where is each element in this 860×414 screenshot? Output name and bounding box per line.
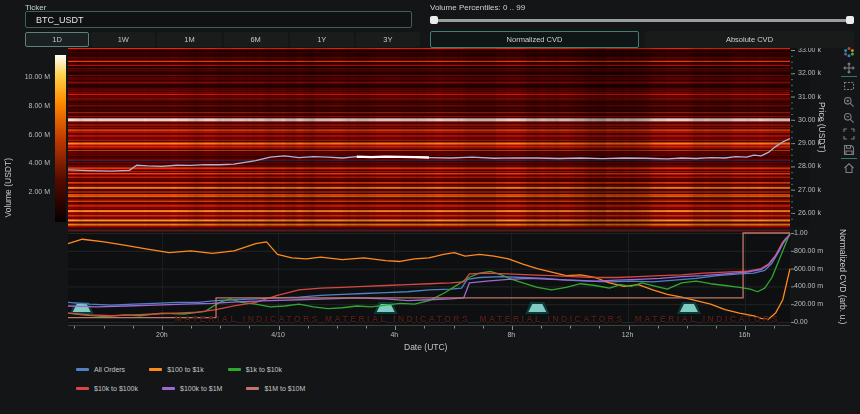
timeframe-button-6m[interactable]: 6M — [224, 32, 288, 47]
timeframe-button-3y[interactable]: 3Y — [356, 32, 420, 47]
axis-tick-label: 600.00 m — [794, 265, 823, 272]
reset-axes-icon[interactable] — [841, 160, 857, 175]
legend-swatch — [246, 387, 259, 390]
legend-item[interactable]: $1k to $10k — [228, 366, 282, 373]
pan-icon[interactable] — [841, 60, 857, 77]
axis-tick-label: 6.00 M — [12, 131, 50, 138]
legend-swatch — [149, 368, 162, 371]
axis-tick-label: 12h — [613, 331, 643, 338]
cvd-mode-button-group: Normalized CVD Absolute CVD — [430, 31, 854, 48]
legend-item[interactable]: $100 to $1k — [149, 366, 204, 373]
axis-tick-label: 20h — [147, 331, 177, 338]
legend-item[interactable]: All Orders — [76, 366, 125, 373]
timeframe-button-1w[interactable]: 1W — [91, 32, 155, 47]
legend-label: $100k to $1M — [180, 385, 222, 392]
axis-tick-label: 30.00 k — [798, 116, 821, 123]
volume-percentiles-slider[interactable] — [430, 19, 854, 22]
save-icon[interactable] — [841, 142, 857, 159]
material-indicators-watermark: MATERIAL INDICATORS — [175, 314, 320, 324]
timeframe-button-1m[interactable]: 1M — [157, 32, 221, 47]
volume-percentiles-label: Volume Percentiles: 0 .. 99 — [430, 3, 525, 12]
material-indicators-watermark: MATERIAL INDICATORS — [480, 314, 625, 324]
legend: All Orders$100 to $1k$1k to $10k$10k to … — [76, 366, 329, 404]
timeframe-button-1d[interactable]: 1D — [25, 32, 89, 47]
axis-tick-label: 31.00 k — [798, 93, 821, 100]
axis-tick-label: 16h — [730, 331, 760, 338]
axis-tick-label: 29.00 k — [798, 139, 821, 146]
controls-bar: Ticker 1D 1W 1M 6M 1Y 3Y Volume Percenti… — [0, 0, 860, 50]
axis-tick-label: 8h — [496, 331, 526, 338]
plotly-logo-icon[interactable] — [841, 44, 857, 59]
material-indicators-watermark: MATERIAL INDICATORS — [325, 314, 470, 324]
axis-tick-label: 8.00 M — [12, 102, 50, 109]
slider-handle-max[interactable] — [846, 16, 854, 24]
legend-label: $1k to $10k — [246, 366, 282, 373]
autoscale-icon[interactable] — [841, 126, 857, 141]
axis-tick-label: 2.00 M — [12, 188, 50, 195]
legend-label: $1M to $10M — [264, 385, 305, 392]
legend-item[interactable]: $10k to $100k — [76, 385, 138, 392]
axis-tick-label: 28.00 k — [798, 162, 821, 169]
zoom-out-icon[interactable] — [841, 110, 857, 125]
legend-swatch — [76, 387, 89, 390]
timeframe-button-group: 1D 1W 1M 6M 1Y 3Y — [25, 32, 420, 47]
axis-tick-label: 4/10 — [263, 331, 293, 338]
chart-canvas[interactable] — [0, 0, 860, 364]
timeframe-button-1y[interactable]: 1Y — [290, 32, 354, 47]
slider-handle-min[interactable] — [430, 16, 438, 24]
axis-tick-label: 4h — [379, 331, 409, 338]
axis-tick-label: 1.00 — [794, 229, 808, 236]
trading-dashboard: Ticker 1D 1W 1M 6M 1Y 3Y Volume Percenti… — [0, 0, 860, 414]
legend-item[interactable]: $100k to $1M — [162, 385, 222, 392]
axis-tick-label: 4.00 M — [12, 159, 50, 166]
axis-tick-label: 26.00 k — [798, 209, 821, 216]
legend-item[interactable]: $1M to $10M — [246, 385, 305, 392]
legend-swatch — [76, 368, 89, 371]
axis-tick-label: 800.00 m — [794, 247, 823, 254]
ticker-input[interactable] — [25, 11, 412, 28]
absolute-cvd-button[interactable]: Absolute CVD — [645, 31, 854, 48]
legend-label: All Orders — [94, 366, 125, 373]
material-indicators-watermark: MATERIAL INDICATORS — [635, 314, 780, 324]
legend-swatch — [228, 368, 241, 371]
normalized-cvd-axis-title: Normalized CVD (arb. u.) — [838, 229, 848, 324]
box-zoom-icon[interactable] — [841, 78, 857, 93]
zoom-in-icon[interactable] — [841, 94, 857, 109]
axis-tick-label: 10.00 M — [12, 73, 50, 80]
axis-tick-label: 0.00 — [794, 318, 808, 325]
normalized-cvd-button[interactable]: Normalized CVD — [430, 31, 639, 48]
legend-swatch — [162, 387, 175, 390]
axis-tick-label: 32.00 k — [798, 69, 821, 76]
axis-tick-label: 200.00 m — [794, 300, 823, 307]
chart-modebar — [841, 44, 857, 175]
axis-tick-label: 27.00 k — [798, 186, 821, 193]
date-axis-title: Date (UTC) — [404, 342, 447, 352]
legend-label: $10k to $100k — [94, 385, 138, 392]
legend-label: $100 to $1k — [167, 366, 204, 373]
axis-tick-label: 400.00 m — [794, 282, 823, 289]
